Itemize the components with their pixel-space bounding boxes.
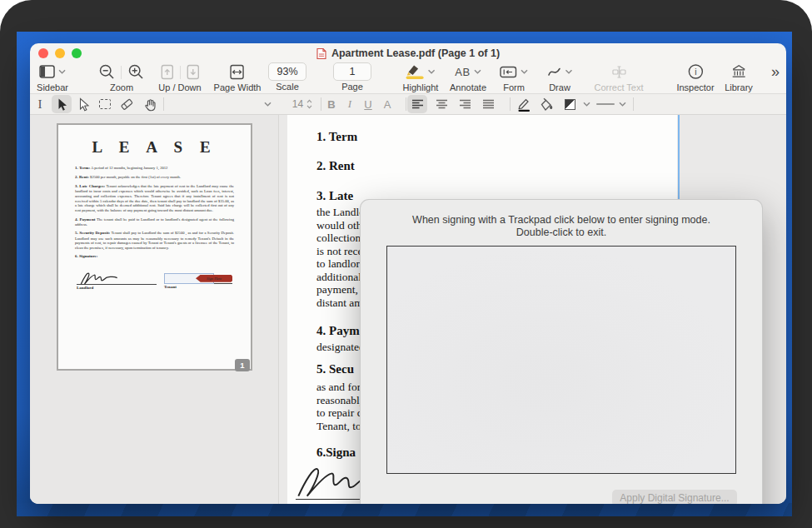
zoom-group: Zoom xyxy=(98,62,145,92)
doc-heading-payment: 4. Paym xyxy=(316,324,360,338)
bold-button[interactable]: B xyxy=(321,95,341,113)
line-weight-icon xyxy=(596,103,615,106)
deselect-tool[interactable] xyxy=(73,95,93,113)
chevron-down-icon xyxy=(474,69,481,74)
zoom-out-icon[interactable] xyxy=(98,63,116,81)
doc-line: payment, xyxy=(316,283,358,296)
text-color-button[interactable]: A xyxy=(377,95,397,113)
align-left-button[interactable] xyxy=(407,95,427,113)
align-justify-icon xyxy=(482,99,495,109)
thumbnail-page: L E A S E 1. Term: A period of 12 months… xyxy=(58,125,251,369)
zoom-in-icon[interactable] xyxy=(127,63,145,81)
font-size-stepper[interactable]: 14 xyxy=(286,95,318,113)
cursor-arrow-outline-icon xyxy=(77,97,90,112)
align-left-icon xyxy=(411,99,424,109)
zoom-label: Zoom xyxy=(98,82,145,92)
library-button[interactable]: Library xyxy=(725,62,753,92)
draw-squiggle-icon xyxy=(547,66,562,78)
align-right-button[interactable] xyxy=(455,95,475,113)
page-thumbnail[interactable]: L E A S E 1. Term: A period of 12 months… xyxy=(57,123,252,371)
page-field[interactable]: 1 xyxy=(333,62,371,81)
thumb-page-number-badge: 1 xyxy=(235,359,250,371)
marquee-icon xyxy=(99,99,111,109)
opacity-button[interactable] xyxy=(560,95,580,113)
correct-text-label: Correct Text xyxy=(594,82,643,92)
draw-label: Draw xyxy=(547,82,573,92)
highlight-button[interactable]: Highlight xyxy=(403,62,439,92)
inspector-button[interactable]: i Inspector xyxy=(676,62,714,92)
marquee-select-tool[interactable] xyxy=(95,95,115,113)
doc-line: as and for xyxy=(316,381,361,394)
form-field-icon xyxy=(500,66,517,78)
titlebar: Apartment Lease.pdf (Page 1 of 1) xyxy=(30,46,786,61)
underline-icon: U xyxy=(364,98,371,111)
thumb-landlord-signature: Landlord xyxy=(77,271,157,291)
italic-icon: I xyxy=(348,97,351,111)
doc-line: designated xyxy=(316,341,365,354)
scale-label: Scale xyxy=(268,82,306,92)
doc-line: additional xyxy=(316,271,361,284)
thumb-lease-title: L E A S E xyxy=(75,138,234,157)
annotate-label: Annotate xyxy=(450,82,486,92)
scale-field[interactable]: 93% xyxy=(268,62,306,81)
svg-text:i: i xyxy=(695,67,696,77)
scale-control: 93% Scale xyxy=(268,62,306,92)
align-justify-button[interactable] xyxy=(478,95,498,113)
pdf-file-icon xyxy=(316,47,326,60)
desktop-wallpaper-pattern xyxy=(17,503,792,516)
stepper-arrows-icon xyxy=(306,99,312,109)
annotate-button[interactable]: AB Annotate xyxy=(450,62,486,92)
app-window: Apartment Lease.pdf (Page 1 of 1) Sideba… xyxy=(30,43,786,504)
thumb-item-6: 6. Signature: xyxy=(75,254,234,259)
thumb-item-2: 2. Rent: $2500 per month, payable on the… xyxy=(75,175,234,180)
doc-line: reasonably xyxy=(316,394,365,407)
doc-line: Tenant, to xyxy=(316,420,361,433)
trackpad-signing-area[interactable] xyxy=(386,246,736,474)
stroke-width-dropdown[interactable] xyxy=(615,95,630,113)
correct-text-icon xyxy=(610,65,627,79)
stroke-width-preview xyxy=(595,95,615,113)
library-label: Library xyxy=(725,82,753,92)
font-size-value: 14 xyxy=(292,98,303,110)
thumb-item-5: 5. Security Deposit: Tenant shall pay to… xyxy=(75,231,234,251)
underline-button[interactable]: U xyxy=(358,95,378,113)
apply-digital-signature-button[interactable]: Apply Digital Signature... xyxy=(612,490,737,504)
stroke-style-dropdown[interactable] xyxy=(579,95,594,113)
align-center-button[interactable] xyxy=(431,95,451,113)
chevron-down-icon xyxy=(565,69,573,74)
sidebar-button[interactable]: Sidebar xyxy=(37,62,68,92)
thumb-signature-row: Landlord Sign Here Tenant xyxy=(75,271,234,291)
doc-heading-security: 5. Secu xyxy=(316,362,354,376)
eraser-tool[interactable] xyxy=(117,95,137,113)
form-button[interactable]: Form xyxy=(500,62,528,92)
italic-button[interactable]: I xyxy=(340,95,360,113)
page-up-icon[interactable] xyxy=(160,64,174,80)
page-down-icon[interactable] xyxy=(186,64,200,80)
window-title: Apartment Lease.pdf (Page 1 of 1) xyxy=(331,47,500,59)
doc-line: the Landlo xyxy=(316,206,365,219)
inspector-label: Inspector xyxy=(676,82,714,92)
page-width-icon xyxy=(230,64,245,80)
select-tool[interactable] xyxy=(52,95,72,113)
paint-bucket-icon xyxy=(538,97,554,112)
highlighter-icon xyxy=(406,63,425,80)
correct-text-button[interactable]: Correct Text xyxy=(594,62,643,92)
chevron-down-icon xyxy=(264,102,271,107)
chevron-down-icon xyxy=(428,69,436,74)
eraser-icon xyxy=(119,97,134,112)
toolbar-overflow-button[interactable]: » xyxy=(771,62,780,82)
font-family-dropdown[interactable] xyxy=(257,95,277,113)
landlord-label: Landlord xyxy=(296,501,341,505)
doc-line: to landlor xyxy=(316,257,360,271)
draw-button[interactable]: Draw xyxy=(547,62,573,92)
chevron-down-icon xyxy=(58,69,66,74)
stroke-color-button[interactable] xyxy=(514,95,534,113)
page-width-label: Page Width xyxy=(214,82,262,92)
fill-color-button[interactable] xyxy=(536,95,555,113)
page-width-button[interactable]: Page Width xyxy=(214,62,262,92)
text-cursor-tool[interactable]: I xyxy=(30,95,50,113)
pencil-stroke-icon xyxy=(516,97,531,112)
dialog-instruction-2: Double-click to exit. xyxy=(361,227,762,238)
double-chevron-icon: » xyxy=(771,62,780,81)
hand-tool[interactable] xyxy=(140,95,160,113)
